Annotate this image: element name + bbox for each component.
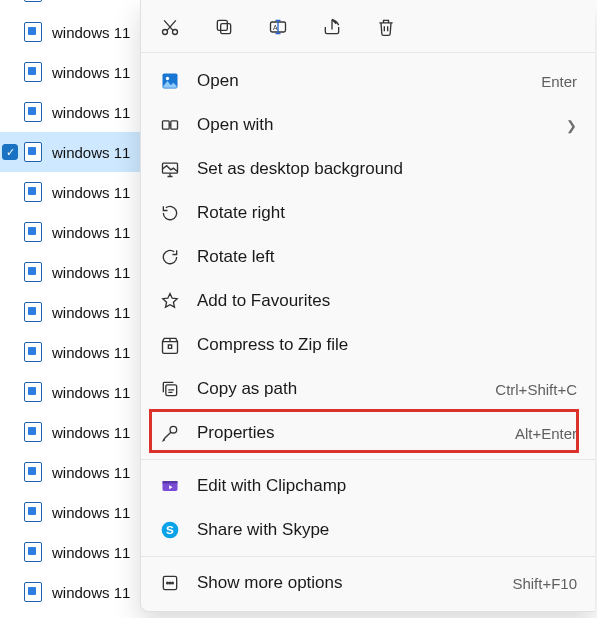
file-label: windows 11 [52, 304, 130, 321]
image-file-icon [24, 22, 42, 42]
menu-item-shortcut: Ctrl+Shift+C [495, 381, 577, 398]
cut-icon[interactable] [159, 16, 181, 38]
menu-item-label: Compress to Zip file [197, 335, 577, 355]
more-options-icon [159, 572, 181, 594]
menu-item-label: Open with [197, 115, 566, 135]
properties-icon [159, 422, 181, 444]
file-label: windows 11 [52, 384, 130, 401]
rename-icon[interactable]: A [267, 16, 289, 38]
file-label: windows 11 [52, 344, 130, 361]
file-label: windows 11 [52, 264, 130, 281]
file-label: windows 11 [52, 184, 130, 201]
image-file-icon [24, 462, 42, 482]
file-label: windows 11 [52, 0, 130, 1]
svg-point-1 [173, 30, 178, 35]
file-label: windows 11 [52, 224, 130, 241]
share-icon[interactable] [321, 16, 343, 38]
file-label: windows 11 [52, 464, 130, 481]
menu-item-label: Share with Skype [197, 520, 577, 540]
menu-item-shortcut: Enter [541, 73, 577, 90]
menu-item-label: Set as desktop background [197, 159, 577, 179]
menu-item-label: Properties [197, 423, 515, 443]
svg-point-19 [169, 582, 171, 584]
image-file-icon [24, 0, 42, 2]
svg-text:A: A [273, 24, 278, 31]
svg-point-20 [172, 582, 174, 584]
image-file-icon [24, 62, 42, 82]
menu-item-label: Add to Favourites [197, 291, 577, 311]
menu-item-compress-to-zip-file[interactable]: Compress to Zip file [141, 323, 595, 367]
svg-rect-9 [171, 121, 178, 129]
file-label: windows 11 [52, 104, 130, 121]
menu-item-set-as-desktop-background[interactable]: Set as desktop background [141, 147, 595, 191]
svg-text:S: S [166, 523, 174, 536]
menu-item-label: Rotate right [197, 203, 577, 223]
menu-item-label: Open [197, 71, 541, 91]
image-file-icon [24, 422, 42, 442]
image-file-icon [24, 222, 42, 242]
menu-item-shortcut: Shift+F10 [512, 575, 577, 592]
star-icon [159, 290, 181, 312]
context-menu-toolbar: A [141, 0, 595, 53]
svg-rect-14 [163, 481, 178, 484]
menu-item-rotate-right[interactable]: Rotate right [141, 191, 595, 235]
menu-item-label: Rotate left [197, 247, 577, 267]
rotate-left-icon [159, 246, 181, 268]
file-label: windows 11 [52, 584, 130, 601]
open-with-icon [159, 114, 181, 136]
image-file-icon [24, 182, 42, 202]
menu-item-rotate-left[interactable]: Rotate left [141, 235, 595, 279]
file-label: windows 11 [52, 24, 130, 41]
image-file-icon [24, 142, 42, 162]
copy-path-icon [159, 378, 181, 400]
svg-rect-3 [217, 20, 227, 30]
delete-icon[interactable] [375, 16, 397, 38]
menu-item-share-with-skype[interactable]: SShare with Skype [141, 508, 595, 552]
image-file-icon [24, 542, 42, 562]
menu-item-edit-with-clipchamp[interactable]: Edit with Clipchamp [141, 464, 595, 508]
skype-icon: S [159, 519, 181, 541]
rotate-right-icon [159, 202, 181, 224]
copy-icon[interactable] [213, 16, 235, 38]
clipchamp-icon [159, 475, 181, 497]
svg-rect-8 [163, 121, 170, 129]
svg-point-7 [166, 77, 169, 80]
image-file-icon [24, 382, 42, 402]
open-image-icon [159, 70, 181, 92]
image-file-icon [24, 582, 42, 602]
image-file-icon [24, 342, 42, 362]
menu-item-label: Show more options [197, 573, 512, 593]
menu-item-open[interactable]: OpenEnter [141, 59, 595, 103]
menu-item-show-more-options[interactable]: Show more optionsShift+F10 [141, 561, 595, 605]
checkbox-icon[interactable]: ✓ [2, 144, 18, 160]
chevron-right-icon: ❯ [566, 118, 577, 133]
image-file-icon [24, 262, 42, 282]
context-menu-list: OpenEnterOpen with❯Set as desktop backgr… [141, 53, 595, 611]
menu-separator [141, 556, 595, 557]
menu-item-label: Edit with Clipchamp [197, 476, 577, 496]
menu-item-label: Copy as path [197, 379, 495, 399]
file-label: windows 11 [52, 144, 130, 161]
file-label: windows 11 [52, 424, 130, 441]
svg-point-12 [170, 426, 177, 433]
svg-rect-2 [221, 24, 231, 34]
file-label: windows 11 [52, 64, 130, 81]
file-label: windows 11 [52, 544, 130, 561]
zip-icon [159, 334, 181, 356]
menu-item-shortcut: Alt+Enter [515, 425, 577, 442]
context-menu: A OpenEnterOpen with❯Set as desktop back… [140, 0, 595, 612]
set-desktop-icon [159, 158, 181, 180]
image-file-icon [24, 302, 42, 322]
file-label: windows 11 [52, 504, 130, 521]
menu-item-properties[interactable]: PropertiesAlt+Enter [141, 411, 595, 455]
menu-item-copy-as-path[interactable]: Copy as pathCtrl+Shift+C [141, 367, 595, 411]
image-file-icon [24, 102, 42, 122]
svg-point-18 [167, 582, 169, 584]
image-file-icon [24, 502, 42, 522]
menu-separator [141, 459, 595, 460]
menu-item-open-with[interactable]: Open with❯ [141, 103, 595, 147]
svg-point-0 [163, 30, 168, 35]
menu-item-add-to-favourites[interactable]: Add to Favourites [141, 279, 595, 323]
